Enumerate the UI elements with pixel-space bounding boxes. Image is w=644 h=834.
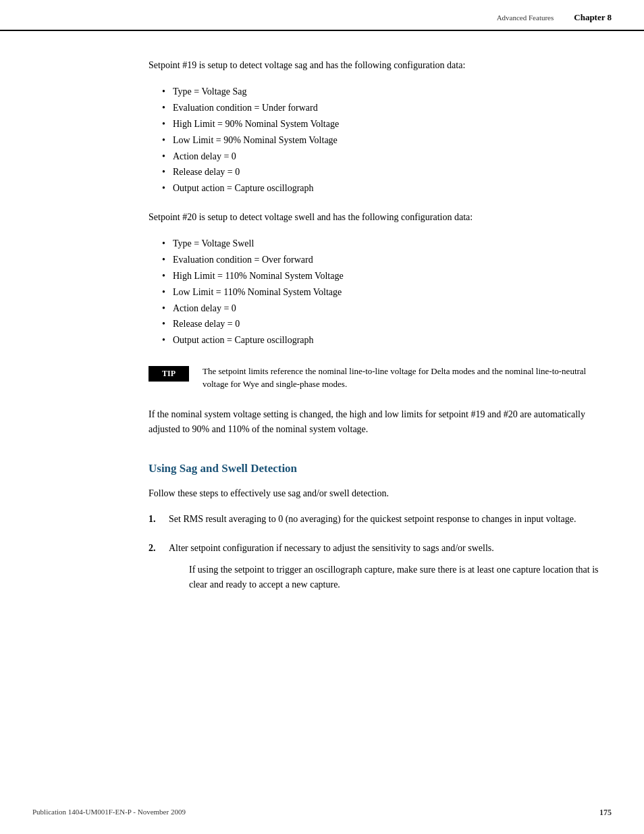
tip-box: TIP The setpoint limits reference the no… [149, 365, 612, 391]
step-2: 2. Alter setpoint configuration if neces… [149, 541, 612, 593]
header-right: Advanced Features Chapter 8 [497, 12, 612, 23]
list-item: Type = Voltage Swell [162, 236, 612, 252]
list-item: Output action = Capture oscillograph [162, 332, 612, 348]
steps-list: 1. Set RMS result averaging to 0 (no ave… [149, 512, 612, 593]
list-item: Action delay = 0 [162, 149, 612, 165]
header-section-title: Advanced Features [497, 14, 554, 22]
list-item: High Limit = 90% Nominal System Voltage [162, 116, 612, 132]
list-item: Action delay = 0 [162, 301, 612, 317]
page-header: Advanced Features Chapter 8 [0, 0, 644, 31]
content-area: Setpoint #19 is setup to detect voltage … [0, 31, 644, 633]
footer-page-number: 175 [599, 808, 612, 818]
step-2-content: Alter setpoint configuration if necessar… [169, 541, 612, 593]
list-item: High Limit = 110% Nominal System Voltage [162, 268, 612, 284]
setpoint20-intro: Setpoint #20 is setup to detect voltage … [149, 210, 612, 225]
footer-publication: Publication 1404-UM001F-EN-P - November … [32, 808, 186, 818]
page-container: Advanced Features Chapter 8 Setpoint #19… [0, 0, 644, 834]
setpoint20-list: Type = Voltage Swell Evaluation conditio… [162, 236, 612, 348]
list-item: Release delay = 0 [162, 316, 612, 332]
setpoint19-list: Type = Voltage Sag Evaluation condition … [162, 84, 612, 197]
step-2-num: 2. [149, 541, 161, 556]
step-1-text: Set RMS result averaging to 0 (no averag… [169, 512, 612, 527]
list-item: Release delay = 0 [162, 164, 612, 180]
step-1-num: 1. [149, 512, 161, 527]
header-chapter: Chapter 8 [574, 12, 612, 23]
section-heading: Using Sag and Swell Detection [149, 462, 612, 475]
list-item: Evaluation condition = Under forward [162, 100, 612, 116]
list-item: Low Limit = 110% Nominal System Voltage [162, 284, 612, 301]
list-item: Low Limit = 90% Nominal System Voltage [162, 132, 612, 149]
step-2-text: Alter setpoint configuration if necessar… [169, 543, 494, 553]
page-footer: Publication 1404-UM001F-EN-P - November … [32, 808, 612, 818]
list-item: Type = Voltage Sag [162, 84, 612, 100]
list-item: Evaluation condition = Over forward [162, 252, 612, 268]
list-item: Output action = Capture oscillograph [162, 180, 612, 197]
header-separator [559, 12, 568, 23]
setpoint19-intro: Setpoint #19 is setup to detect voltage … [149, 58, 612, 73]
section-intro: Follow these steps to effectively use sa… [149, 486, 612, 501]
nominal-paragraph: If the nominal system voltage setting is… [149, 407, 612, 438]
step-1: 1. Set RMS result averaging to 0 (no ave… [149, 512, 612, 527]
tip-text: The setpoint limits reference the nomina… [203, 365, 612, 391]
tip-label: TIP [149, 366, 189, 382]
step-2-sub: If using the setpoint to trigger an osci… [189, 563, 612, 593]
